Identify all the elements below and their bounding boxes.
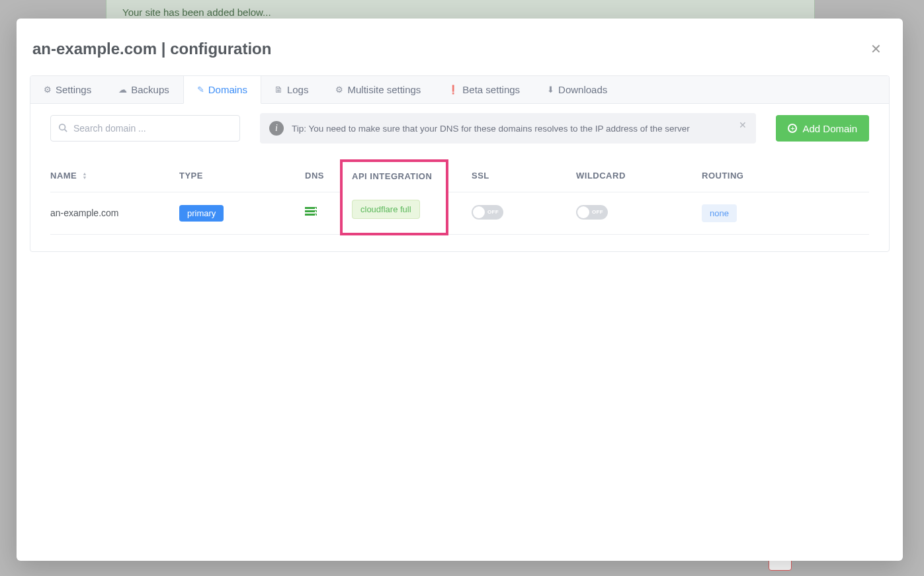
close-button[interactable]: ✕ — [865, 38, 887, 60]
tab-logs[interactable]: 🗎 Logs — [261, 76, 323, 103]
wildcard-toggle[interactable]: OFF — [576, 205, 608, 220]
toggle-off-label: OFF — [592, 209, 603, 215]
tab-multisite[interactable]: ⚙ Multisite settings — [322, 76, 435, 103]
col-dns: DNS — [305, 161, 341, 192]
info-icon: i — [269, 121, 284, 136]
add-domain-label: Add Domain — [802, 123, 857, 134]
content-toolbar: i Tip: You need to make sure that your D… — [50, 113, 869, 144]
tab-label: Backups — [131, 84, 169, 95]
edit-icon: ✎ — [197, 85, 204, 95]
col-name[interactable]: NAME ▲▼ — [50, 161, 179, 192]
domains-table: NAME ▲▼ TYPE DNS API INTEGRATION SSL WIL… — [50, 159, 869, 235]
alert-icon: ❗ — [448, 85, 458, 95]
tabs-container: ⚙ Settings ☁ Backups ✎ Domains 🗎 Logs ⚙ … — [30, 75, 890, 252]
cell-name: an-example.com — [50, 192, 179, 234]
col-api: API INTEGRATION — [341, 161, 447, 192]
tab-label: Downloads — [558, 84, 607, 95]
routing-badge[interactable]: none — [702, 204, 737, 222]
close-icon: ✕ — [870, 42, 882, 56]
tip-text: Tip: You need to make sure that your DNS… — [292, 124, 690, 134]
modal-title: an-example.com | configuration — [32, 40, 271, 58]
api-badge[interactable]: cloudflare full — [352, 200, 420, 219]
table-row: an-example.com primary cloudflare full — [50, 192, 869, 234]
search-input[interactable] — [50, 115, 240, 142]
tab-downloads[interactable]: ⬇ Downloads — [534, 76, 621, 103]
cloud-icon: ☁ — [118, 85, 127, 95]
tab-domains[interactable]: ✎ Domains — [183, 76, 261, 104]
configuration-modal: an-example.com | configuration ✕ ⚙ Setti… — [17, 19, 903, 561]
tab-beta[interactable]: ❗ Beta settings — [435, 76, 534, 103]
tab-label: Multisite settings — [347, 84, 421, 95]
type-badge[interactable]: primary — [179, 205, 224, 222]
cell-ssl: OFF — [447, 192, 576, 234]
toggle-off-label: OFF — [487, 209, 499, 215]
add-domain-button[interactable]: + Add Domain — [776, 115, 869, 142]
svg-point-0 — [60, 124, 65, 130]
server-icon[interactable] — [305, 207, 317, 217]
cell-dns — [305, 192, 341, 234]
tab-label: Domains — [208, 84, 247, 95]
svg-line-1 — [65, 130, 67, 132]
gear-icon: ⚙ — [44, 85, 52, 95]
col-wildcard: WILDCARD — [576, 161, 702, 192]
search-box — [50, 115, 240, 142]
cell-routing: none — [702, 192, 869, 234]
tab-label: Beta settings — [462, 84, 520, 95]
col-ssl: SSL — [447, 161, 576, 192]
tab-content: i Tip: You need to make sure that your D… — [30, 104, 889, 251]
plus-icon: + — [788, 124, 797, 133]
col-routing: ROUTING — [702, 161, 869, 192]
tip-close-button[interactable]: ✕ — [739, 120, 747, 130]
file-icon: 🗎 — [274, 85, 283, 95]
tip-box: i Tip: You need to make sure that your D… — [260, 113, 756, 144]
cell-api: cloudflare full — [341, 192, 447, 234]
tab-label: Logs — [287, 84, 309, 95]
col-name-label: NAME — [50, 171, 77, 181]
cell-type: primary — [179, 192, 305, 234]
modal-header: an-example.com | configuration ✕ — [30, 32, 890, 75]
ssl-toggle[interactable]: OFF — [472, 205, 503, 220]
search-icon — [58, 123, 67, 134]
close-icon: ✕ — [739, 120, 747, 130]
download-icon: ⬇ — [547, 85, 554, 95]
tab-settings[interactable]: ⚙ Settings — [30, 76, 105, 103]
tabs: ⚙ Settings ☁ Backups ✎ Domains 🗎 Logs ⚙ … — [30, 76, 889, 104]
tab-backups[interactable]: ☁ Backups — [105, 76, 183, 103]
col-type: TYPE — [179, 161, 305, 192]
cell-wildcard: OFF — [576, 192, 702, 234]
tab-label: Settings — [56, 84, 91, 95]
sort-icon: ▲▼ — [82, 172, 87, 180]
gear-icon: ⚙ — [335, 85, 343, 95]
